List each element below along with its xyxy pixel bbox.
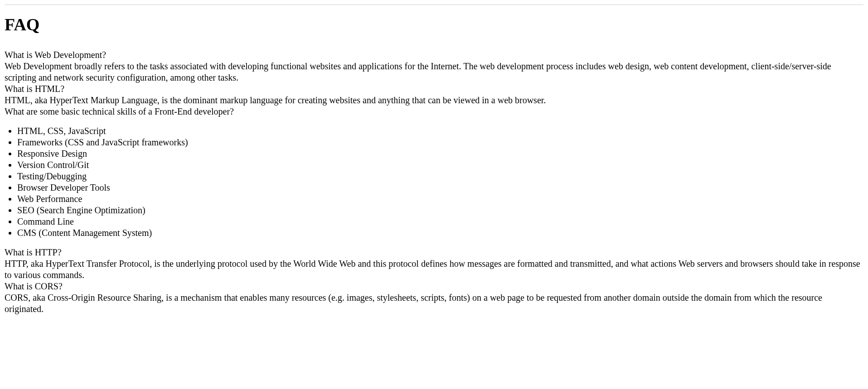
faq-question: What is HTTP? bbox=[5, 247, 863, 258]
faq-question: What is HTML? bbox=[5, 83, 863, 95]
faq-question: What is CORS? bbox=[5, 281, 863, 292]
faq-question: What is Web Development? bbox=[5, 49, 863, 61]
list-item: Responsive Design bbox=[17, 148, 863, 159]
list-item: CMS (Content Management System) bbox=[17, 227, 863, 239]
list-item: HTML, CSS, JavaScript bbox=[17, 125, 863, 137]
list-item: Frameworks (CSS and JavaScript framework… bbox=[17, 137, 863, 148]
list-item: Testing/Debugging bbox=[17, 171, 863, 182]
faq-list: What is Web Development?Web Development … bbox=[5, 49, 863, 315]
faq-answer: HTML, aka HyperText Markup Language, is … bbox=[5, 95, 863, 106]
list-item: Web Performance bbox=[17, 193, 863, 205]
list-item: Version Control/Git bbox=[17, 159, 863, 171]
faq-question: What are some basic technical skills of … bbox=[5, 106, 863, 117]
list-item: SEO (Search Engine Optimization) bbox=[17, 205, 863, 216]
top-divider bbox=[5, 5, 863, 5]
faq-answer-list: HTML, CSS, JavaScriptFrameworks (CSS and… bbox=[5, 125, 863, 239]
faq-answer: Web Development broadly refers to the ta… bbox=[5, 61, 863, 83]
faq-answer: CORS, aka Cross-Origin Resource Sharing,… bbox=[5, 292, 863, 315]
list-item: Browser Developer Tools bbox=[17, 182, 863, 193]
page-title: FAQ bbox=[5, 14, 863, 36]
list-item: Command Line bbox=[17, 216, 863, 227]
faq-answer: HTTP, aka HyperText Transfer Protocol, i… bbox=[5, 258, 863, 281]
